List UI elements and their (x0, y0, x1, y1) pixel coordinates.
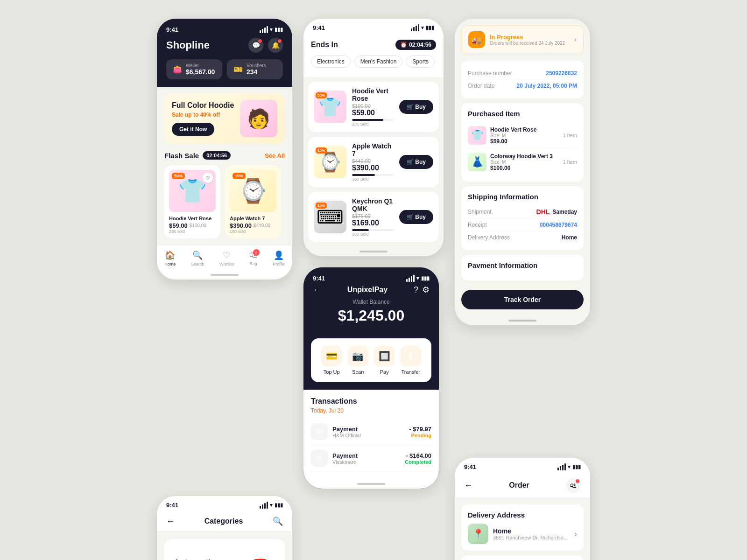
order2-phone: 9:41 ▾ ▮▮▮ ← Order 🛍 (455, 458, 590, 560)
buy-btn-1[interactable]: 🛒 Buy (399, 155, 433, 169)
home-indicator-1 (157, 270, 292, 280)
pay-help-btn[interactable]: ? (414, 285, 418, 295)
list-discount-1: 10% (316, 147, 327, 154)
cats-search-btn[interactable]: 🔍 (273, 516, 283, 526)
delivery-section: Delivery Address 📍 Home 3891 Ranchview D… (461, 504, 584, 551)
car-image: 🚗 (240, 546, 275, 560)
trans-left-1: 🛍 Payment Vissionare (311, 450, 358, 467)
list-name-1: Apple Watch 7 (352, 142, 394, 157)
pay-header: 9:41 ▾ ▮▮▮ ← UnpixelPay ? ⚙ (303, 267, 439, 338)
shipment-row: Shipment DHL Sameday (468, 205, 577, 219)
pi-info-1: Colorway Hoodie Vert 3 Size: M $100.00 (490, 153, 553, 171)
pi-img-1: 👗 (468, 153, 486, 171)
list-price-2: $169.00 (352, 219, 394, 227)
scan-icon: 📷 (348, 346, 368, 366)
order2-back-btn[interactable]: ← (464, 481, 472, 490)
delivery-addr-label: Delivery Address (468, 234, 510, 241)
sold-bar-wrap-0: 235 Sold (352, 119, 394, 126)
list-name-2: Keychron Q1 QMK (352, 197, 394, 212)
home-icon: 🏠 (165, 250, 175, 260)
transfer-action[interactable]: ⬆ Transfer (401, 346, 421, 375)
pay-back-btn[interactable]: ← (313, 285, 321, 295)
time-6: 9:41 (464, 463, 476, 470)
cat-mens-fashion[interactable]: Men's Fashion (354, 56, 403, 68)
heart-btn-0[interactable]: ♡ (203, 173, 213, 183)
list-info-2: Keychron Q1 QMK $179.00 $169.00 100 Sold (352, 197, 394, 237)
order-date-row: Order date 20 July 2022, 05:00 PM (468, 80, 577, 92)
product-price-1: $390.00 (230, 222, 252, 229)
buy-btn-0[interactable]: 🛒 Buy (399, 100, 433, 114)
delivery-chevron[interactable]: › (574, 529, 577, 539)
list-old-2: $179.00 (352, 213, 394, 219)
notifications-button[interactable]: 🔔 (268, 38, 283, 53)
track-order-btn[interactable]: Track Order (461, 290, 584, 309)
clock-icon: ⏰ (400, 42, 407, 48)
wallet-card[interactable]: 👛 Wallet $6,567.00 (166, 59, 222, 79)
list-card-0: 👕 50% Hoodie Vert Rose $100.00 $59.00 23… (308, 82, 439, 132)
trans-merchant-0: H&M Official (332, 433, 361, 438)
battery-icon-1: ▮▮▮ (275, 27, 283, 33)
purchased-item-0: 👕 Hoodie Vert Rose Size: M $59.00 1 Item (468, 122, 577, 149)
topup-icon: 💳 (321, 346, 342, 366)
vouchers-card[interactable]: 🎫 Vouchers 234 (227, 59, 283, 79)
pi-price-0: $59.00 (490, 138, 536, 145)
pi-left-1: 👗 Colorway Hoodie Vert 3 Size: M $100.00 (468, 153, 553, 171)
trans-merchant-1: Vissionare (332, 459, 358, 465)
purchased-section: Purchased Item 👕 Hoodie Vert Rose Size: … (461, 103, 584, 182)
products-row: 👕 50% ♡ Hoodie Vert Rose $59.00 $100.00 … (164, 165, 285, 238)
pay-action[interactable]: 🔲 Pay (374, 346, 395, 375)
order2-header-wrap: 9:41 ▾ ▮▮▮ ← Order 🛍 (455, 458, 590, 498)
list-price-1: $390.00 (352, 164, 394, 172)
ip-sub: Orders will be received 24 July 2022 (490, 41, 565, 46)
nav-profile[interactable]: 👤 Profile (273, 250, 285, 266)
list-old-0: $100.00 (352, 103, 394, 109)
nav-search[interactable]: 🔍 Search (191, 250, 204, 266)
pay-label: Pay (380, 369, 389, 375)
see-all-btn[interactable]: See All (265, 152, 285, 159)
trans-status-0: Pending (409, 433, 431, 438)
nav-home[interactable]: 🏠 Home (164, 250, 176, 266)
home-indicator-2 (303, 247, 444, 256)
sold-bar-wrap-1: 160 Sold (352, 174, 394, 182)
topup-action[interactable]: 💳 Top Up (321, 346, 342, 375)
purchase-label: Purchase number (468, 70, 512, 77)
automotive-card[interactable]: Automotive 🚗 (164, 539, 285, 560)
pay-settings-btn[interactable]: ⚙ (422, 285, 430, 295)
cat-electronics[interactable]: Electronics (311, 56, 351, 68)
discount-badge-0: 50% (172, 173, 185, 179)
order2-bag-btn[interactable]: 🛍 (566, 478, 581, 493)
flashsale-header: Ends In ⏰ 02:04:56 Electronics Men's Fas… (303, 35, 444, 77)
flash-label: Flash Sale (164, 152, 199, 160)
status-bar-5: 9:41 ▾ ▮▮▮ (157, 496, 292, 511)
cats-back-btn[interactable]: ← (166, 517, 175, 526)
scan-action[interactable]: 📷 Scan (348, 346, 368, 375)
sold-bar-wrap-2: 100 Sold (352, 229, 394, 237)
in-progress-card: 🚚 In Progress Orders will be received 24… (461, 25, 584, 54)
promo-btn[interactable]: Get it Now (172, 123, 214, 136)
nav-profile-label: Profile (273, 262, 285, 266)
product-card-1[interactable]: ⌚ 10% Apple Watch 7 $390.00 $449.00 160 … (225, 165, 281, 238)
messages-button[interactable]: 💬 (248, 38, 263, 53)
trans-amount-1: - $164.00 (405, 452, 431, 459)
pi-price-1: $100.00 (490, 165, 553, 171)
nav-bag[interactable]: 🛍 Bag 2 (249, 250, 258, 266)
promo-title: Full Color Hoodie (172, 101, 234, 110)
buy-btn-2[interactable]: 🛒 Buy (399, 210, 433, 224)
list-img-0: 👕 50% (314, 91, 346, 123)
product-old-price-1: $449.00 (254, 223, 270, 228)
nav-bar: 🏠 Home 🔍 Search ♡ Wishlist 🛍 Bag 2 👤 Pro… (157, 245, 292, 270)
list-img-2: ⌨ 10% (314, 201, 346, 233)
battery-icon-6: ▮▮▮ (572, 464, 581, 470)
trans-name-1: Payment (332, 452, 358, 459)
receipt-value: 000458679674 (540, 222, 577, 228)
pay-nav: ← UnpixelPay ? ⚙ (313, 285, 430, 295)
timer-pill: ⏰ 02:04:56 (395, 40, 436, 50)
cat-sports[interactable]: Sports (406, 56, 435, 68)
pay-phone: 9:41 ▾ ▮▮▮ ← UnpixelPay ? ⚙ (303, 267, 439, 489)
status-icons-2: ▾ ▮▮▮ (411, 24, 434, 31)
nav-wishlist[interactable]: ♡ Wishlist (219, 250, 234, 266)
status-bar-1: 9:41 ▾ ▮▮▮ (166, 22, 283, 38)
product-card-0[interactable]: 👕 50% ♡ Hoodie Vert Rose $59.00 $100.00 … (164, 165, 220, 238)
notif-badge (277, 39, 282, 43)
nav-home-label: Home (164, 262, 176, 266)
